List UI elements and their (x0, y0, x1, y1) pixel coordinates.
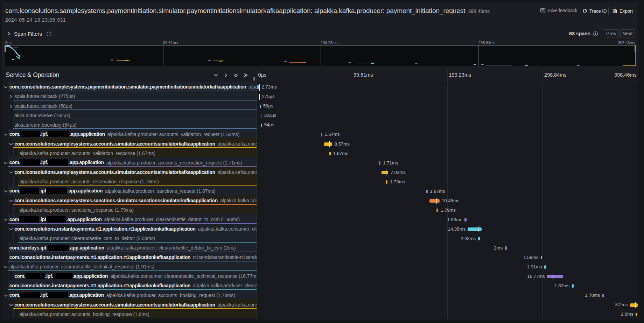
span-name-cell[interactable]: com..ipf.app.applicationalpakka.kafka.pr… (8, 186, 257, 195)
collapse-one-icon[interactable] (214, 73, 218, 77)
span-row[interactable]: com.iconsolutions.samplesystems.accounts… (2, 138, 638, 148)
span-row[interactable]: alpakka.kafka.producer: clearandsettle_t… (2, 261, 638, 271)
span-collapse-chevron[interactable] (4, 265, 8, 269)
span-name-cell[interactable]: akka.actor.receive (182µs) (13, 110, 257, 119)
span-name-cell[interactable]: com..ipf..app.applicationalpakka.kafka.p… (8, 157, 257, 167)
column-resizer[interactable] (253, 77, 255, 80)
span-duration-bar[interactable] (630, 303, 638, 307)
span-name-cell[interactable]: com..ipf..app.applicationalpakka.kafka.p… (8, 129, 257, 138)
info-icon[interactable] (593, 31, 598, 36)
expand-one-icon[interactable] (224, 73, 228, 77)
span-duration-bar[interactable] (636, 313, 637, 316)
span-duration-bar[interactable] (505, 246, 506, 250)
span-row[interactable]: scala.future.callback (275µs)275µs (2, 91, 638, 100)
span-row[interactable]: scala.future.callback (58µs)58µs (2, 100, 638, 110)
span-row[interactable]: com.iconsolutions.samplesystems.paymenti… (2, 82, 638, 91)
span-name-cell[interactable]: com.ipf.app.applicationalpakka.kafka.pro… (8, 214, 257, 224)
collapse-all-icon[interactable] (234, 73, 238, 77)
span-name-cell[interactable]: alpakka.kafka.producer: accounts_booking… (18, 309, 257, 318)
span-name-cell[interactable]: com.iconsolutions.instantpayments.rt1.ap… (13, 224, 257, 233)
span-collapse-chevron[interactable] (4, 161, 8, 165)
minimap-scrubber-handle[interactable] (5, 45, 6, 52)
span-collapse-chevron[interactable] (4, 133, 8, 137)
prev-span-button[interactable]: Prev (604, 29, 619, 37)
span-row[interactable]: com.barclays.ipf..app.applicationalpakka… (2, 243, 638, 252)
span-name-cell[interactable]: com.iconsolutions.samplesystems.paymenti… (8, 82, 257, 91)
span-duration-bar[interactable] (261, 114, 261, 118)
span-duration-bar[interactable] (468, 227, 481, 231)
span-collapse-chevron[interactable] (9, 227, 13, 231)
span-duration-bar[interactable] (261, 124, 262, 127)
span-name-cell[interactable]: scala.future.callback (58µs) (13, 100, 257, 110)
span-name-cell[interactable]: scala.future.callback (275µs) (13, 91, 257, 100)
span-duration-bar[interactable] (544, 265, 546, 269)
span-duration-bar[interactable] (386, 180, 388, 184)
next-span-button[interactable]: Next (620, 29, 635, 37)
span-row[interactable]: com.iconsolutions.instantpayments.rt1.ap… (2, 280, 638, 290)
span-row[interactable]: com..ipf..app.applicationalpakka.kafka.c… (2, 271, 638, 280)
span-duration-bar[interactable] (426, 190, 428, 193)
span-name-cell[interactable]: alpakka.kafka.producer: accounts_validat… (18, 148, 257, 157)
span-name-cell[interactable]: com.iconsolutions.samplesystems.sanction… (13, 195, 257, 205)
span-name-cell[interactable]: com.iconsolutions.instantpayments.rt1.ap… (8, 280, 257, 290)
span-row[interactable]: alpakka.kafka.producer: accounts_validat… (2, 148, 638, 157)
span-name-cell[interactable]: com.barclays.ipf..app.applicationalpakka… (8, 243, 257, 252)
span-duration-bar[interactable] (464, 218, 466, 222)
span-collapse-chevron[interactable] (9, 303, 13, 307)
span-row[interactable]: com.iconsolutions.instantpayments.rt1.ap… (2, 224, 638, 233)
export-button[interactable]: Export (610, 7, 635, 15)
span-name-cell[interactable]: com..ipf..app.applicationalpakka.kafka.c… (13, 271, 257, 280)
span-row[interactable]: com.iconsolutions.samplesystems.accounts… (2, 299, 638, 309)
span-row[interactable]: com.ipf.app.applicationalpakka.kafka.pro… (2, 214, 638, 224)
span-name-cell[interactable]: akka.stream.boundary (54µs) (13, 119, 257, 129)
span-collapse-chevron[interactable] (4, 294, 8, 298)
span-duration-bar[interactable] (379, 161, 381, 165)
span-row[interactable]: com.iconsolutions.samplesystems.sanction… (2, 195, 638, 205)
span-duration-bar[interactable] (547, 275, 563, 278)
span-duration-bar[interactable] (541, 256, 542, 259)
span-row[interactable]: alpakka.kafka.producer: sanctions_respon… (2, 205, 638, 214)
span-duration-bar[interactable] (602, 294, 604, 297)
span-collapse-chevron[interactable] (4, 218, 8, 222)
span-filters-toggle[interactable]: Span Filters (7, 31, 51, 37)
span-duration-bar[interactable] (429, 199, 440, 203)
span-duration-bar[interactable] (572, 284, 574, 288)
minimap[interactable] (5, 45, 636, 66)
span-name-cell[interactable]: com..ipf..app.applicationalpakka.kafka.p… (8, 290, 257, 299)
span-name-cell[interactable]: com.iconsolutions.samplesystems.accounts… (13, 167, 257, 176)
span-collapse-chevron[interactable] (9, 170, 13, 175)
span-name-cell[interactable]: alpakka.kafka.producer: accounts_reserva… (18, 176, 257, 186)
give-feedback-button[interactable]: Give feedback (540, 8, 577, 13)
span-row[interactable]: com..ipf..app.applicationalpakka.kafka.p… (2, 290, 638, 299)
span-row[interactable]: com..ipf..app.applicationalpakka.kafka.p… (2, 157, 638, 167)
span-duration-bar[interactable] (329, 152, 331, 155)
span-row[interactable]: com.iconsolutions.samplesystems.accounts… (2, 167, 638, 176)
span-name-cell[interactable]: com.iconsolutions.instantpayments.rt1.ap… (8, 252, 257, 261)
span-name-cell[interactable]: com.iconsolutions.samplesystems.accounts… (13, 138, 257, 148)
span-expand-chevron[interactable] (9, 104, 13, 108)
span-collapse-chevron[interactable] (9, 199, 13, 203)
span-row[interactable]: alpakka.kafka.producer: accounts_booking… (2, 309, 638, 318)
span-name-cell[interactable]: alpakka.kafka.producer: sanctions_respon… (18, 205, 257, 214)
trace-id-button[interactable]: Trace ID (580, 7, 609, 15)
span-collapse-chevron[interactable] (4, 85, 8, 89)
span-row[interactable]: alpakka.kafka.producer: accounts_reserva… (2, 176, 638, 186)
span-name-cell[interactable]: alpakka.kafka.producer: clearandsettle_c… (18, 233, 257, 243)
span-collapse-chevron[interactable] (9, 142, 13, 146)
span-duration-bar[interactable] (436, 209, 438, 212)
expand-all-icon[interactable] (244, 73, 248, 77)
minimap-scrubber-handle[interactable] (635, 45, 636, 52)
span-row[interactable]: akka.actor.receive (182µs)182µs (2, 110, 638, 119)
span-row[interactable]: com.iconsolutions.instantpayments.rt1.ap… (2, 252, 638, 261)
span-row[interactable]: com..ipf.app.applicationalpakka.kafka.pr… (2, 186, 638, 195)
span-name-cell[interactable]: alpakka.kafka.producer: clearandsettle_t… (8, 261, 257, 271)
span-row[interactable]: com..ipf..app.applicationalpakka.kafka.p… (2, 129, 638, 138)
span-name-cell[interactable]: com.iconsolutions.samplesystems.accounts… (13, 299, 257, 309)
span-row[interactable]: alpakka.kafka.producer: clearandsettle_c… (2, 233, 638, 243)
info-icon[interactable] (47, 31, 51, 36)
span-expand-chevron[interactable] (9, 94, 13, 99)
span-collapse-chevron[interactable] (4, 189, 8, 194)
span-row[interactable]: akka.stream.boundary (54µs)54µs (2, 119, 638, 129)
span-duration-bar[interactable] (321, 133, 322, 136)
span-duration-bar[interactable] (260, 105, 261, 108)
